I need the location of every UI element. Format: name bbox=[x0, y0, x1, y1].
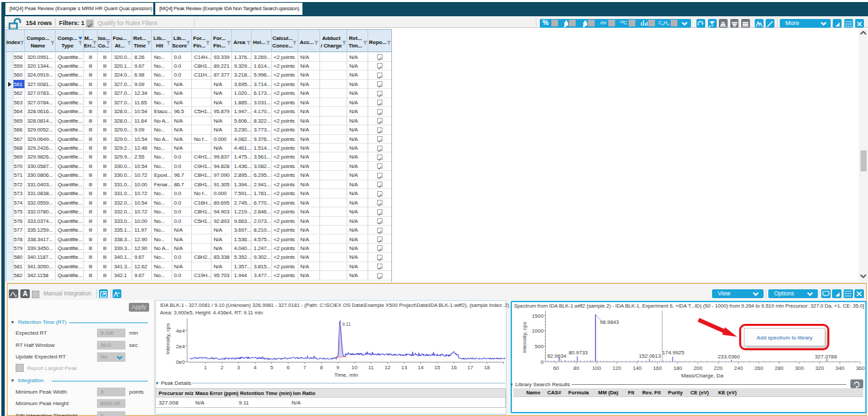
svg-text:233.0360: 233.0360 bbox=[717, 353, 740, 359]
svg-text:1500: 1500 bbox=[532, 312, 544, 318]
svg-text:10: 10 bbox=[351, 365, 357, 371]
svg-text:320: 320 bbox=[815, 365, 825, 371]
svg-text:15: 15 bbox=[434, 365, 440, 371]
svg-text:140: 140 bbox=[633, 365, 642, 371]
svg-text:14: 14 bbox=[418, 365, 424, 371]
svg-text:500: 500 bbox=[534, 343, 544, 349]
svg-text:240: 240 bbox=[734, 365, 743, 371]
svg-text:180: 180 bbox=[673, 365, 682, 371]
svg-text:Mass/Charge, Da: Mass/Charge, Da bbox=[681, 372, 724, 378]
svg-text:9.11: 9.11 bbox=[342, 322, 351, 327]
svg-text:120: 120 bbox=[612, 365, 622, 371]
svg-text:60: 60 bbox=[553, 365, 559, 371]
svg-text:18: 18 bbox=[484, 365, 490, 371]
svg-text:300: 300 bbox=[795, 365, 804, 371]
svg-text:2: 2 bbox=[220, 365, 223, 371]
svg-text:8: 8 bbox=[319, 365, 322, 371]
svg-text:280: 280 bbox=[774, 365, 784, 371]
svg-text:7: 7 bbox=[303, 365, 306, 371]
svg-text:0: 0 bbox=[540, 358, 544, 365]
svg-text:Time, min: Time, min bbox=[334, 372, 358, 378]
svg-text:0e0: 0e0 bbox=[176, 359, 185, 365]
svg-text:x: x bbox=[14, 293, 18, 298]
svg-text:2e4: 2e4 bbox=[176, 344, 185, 350]
svg-text:160: 160 bbox=[652, 365, 662, 371]
svg-text:80.9733: 80.9733 bbox=[568, 349, 587, 355]
svg-text:220: 220 bbox=[713, 365, 723, 371]
svg-text:5: 5 bbox=[270, 365, 273, 371]
svg-text:16: 16 bbox=[450, 365, 456, 371]
svg-text:17: 17 bbox=[467, 365, 473, 371]
svg-text:4: 4 bbox=[254, 365, 257, 371]
svg-text:327.0788: 327.0788 bbox=[814, 353, 837, 359]
svg-text:4e4: 4e4 bbox=[176, 328, 185, 334]
svg-text:174.9925: 174.9925 bbox=[662, 349, 684, 355]
svg-text:98.9843: 98.9843 bbox=[599, 318, 618, 325]
svg-text:152.0613: 152.0613 bbox=[639, 353, 661, 359]
svg-text:200: 200 bbox=[693, 365, 703, 371]
svg-text:12: 12 bbox=[384, 365, 391, 371]
svg-text:13: 13 bbox=[401, 365, 407, 371]
svg-text:260: 260 bbox=[754, 365, 764, 371]
svg-text:11: 11 bbox=[368, 365, 374, 371]
svg-text:3: 3 bbox=[237, 365, 239, 371]
svg-text:100: 100 bbox=[592, 365, 601, 371]
svg-text:9: 9 bbox=[336, 365, 339, 371]
svg-text:80: 80 bbox=[573, 365, 579, 371]
svg-text:6: 6 bbox=[286, 365, 289, 371]
svg-text:360: 360 bbox=[855, 365, 865, 371]
svg-text:1000: 1000 bbox=[532, 328, 544, 334]
svg-text:1: 1 bbox=[203, 365, 206, 371]
svg-text:62.9634: 62.9634 bbox=[547, 352, 567, 358]
svg-text:340: 340 bbox=[835, 365, 845, 371]
